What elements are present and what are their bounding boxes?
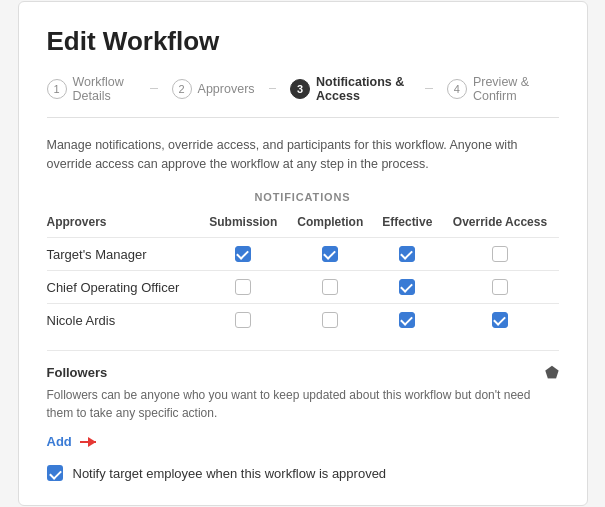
step-3-label: Notifications & Access [316,75,411,103]
step-3-circle: 3 [290,79,310,99]
step-4-label: Preview & Confirm [473,75,545,103]
cell-effective-2[interactable] [373,304,441,337]
checkbox-effective-1[interactable] [399,279,415,295]
cell-completion-2[interactable] [287,304,373,337]
step-4-circle: 4 [447,79,467,99]
approver-name-1: Chief Operating Officer [47,271,200,304]
checkbox-effective-0[interactable] [399,246,415,262]
notify-employee-checkbox-wrapper[interactable] [47,465,63,481]
notifications-table: Approvers Submission Completion Effectiv… [47,211,559,336]
add-button[interactable]: Add [47,434,102,449]
cell-completion-0[interactable] [287,238,373,271]
step-1-label: Workflow Details [73,75,137,103]
page-title: Edit Workflow [47,26,559,57]
step-1[interactable]: 1 Workflow Details [47,75,137,103]
approver-name-2: Nicole Ardis [47,304,200,337]
checkbox-completion-0[interactable] [322,246,338,262]
approver-name-0: Target's Manager [47,238,200,271]
stepper: 1 Workflow Details 2 Approvers 3 Notific… [47,75,559,118]
followers-section: Followers ⬟ Followers can be anyone who … [47,350,559,465]
notifications-section: NOTIFICATIONS Approvers Submission Compl… [47,191,559,336]
cell-effective-1[interactable] [373,271,441,304]
checkbox-override_access-1[interactable] [492,279,508,295]
step-divider-3 [425,88,433,89]
step-divider-2 [269,88,277,89]
cell-override_access-2[interactable] [441,304,558,337]
col-header-approvers: Approvers [47,211,200,238]
followers-description: Followers can be anyone who you want to … [47,386,559,422]
table-row: Target's Manager [47,238,559,271]
col-header-effective: Effective [373,211,441,238]
checkbox-submission-1[interactable] [235,279,251,295]
notify-employee-row: Notify target employee when this workflo… [47,465,559,481]
step-4[interactable]: 4 Preview & Confirm [447,75,545,103]
step-3[interactable]: 3 Notifications & Access [290,75,411,103]
col-header-override: Override Access [441,211,558,238]
cell-completion-1[interactable] [287,271,373,304]
col-header-submission: Submission [199,211,287,238]
col-header-completion: Completion [287,211,373,238]
followers-header: Followers ⬟ [47,363,559,382]
notify-employee-label: Notify target employee when this workflo… [73,466,387,481]
notify-employee-checkbox[interactable] [47,465,63,481]
cell-submission-2[interactable] [199,304,287,337]
table-row: Chief Operating Officer [47,271,559,304]
checkbox-effective-2[interactable] [399,312,415,328]
cell-override_access-1[interactable] [441,271,558,304]
cell-submission-0[interactable] [199,238,287,271]
add-label: Add [47,434,72,449]
cell-submission-1[interactable] [199,271,287,304]
cell-effective-0[interactable] [373,238,441,271]
checkbox-override_access-2[interactable] [492,312,508,328]
cursor-icon: ⬟ [545,363,559,382]
cell-override_access-0[interactable] [441,238,558,271]
checkbox-submission-2[interactable] [235,312,251,328]
step-2[interactable]: 2 Approvers [172,79,255,99]
checkbox-submission-0[interactable] [235,246,251,262]
step-1-circle: 1 [47,79,67,99]
arrow-icon [80,435,102,449]
main-card: Edit Workflow 1 Workflow Details 2 Appro… [18,1,588,507]
step-2-circle: 2 [172,79,192,99]
notifications-label: NOTIFICATIONS [47,191,559,203]
checkbox-completion-2[interactable] [322,312,338,328]
followers-title: Followers [47,365,108,380]
table-header-row: Approvers Submission Completion Effectiv… [47,211,559,238]
table-row: Nicole Ardis [47,304,559,337]
checkbox-override_access-0[interactable] [492,246,508,262]
step-divider-1 [150,88,158,89]
step-2-label: Approvers [198,82,255,96]
description-text: Manage notifications, override access, a… [47,136,559,174]
checkbox-completion-1[interactable] [322,279,338,295]
